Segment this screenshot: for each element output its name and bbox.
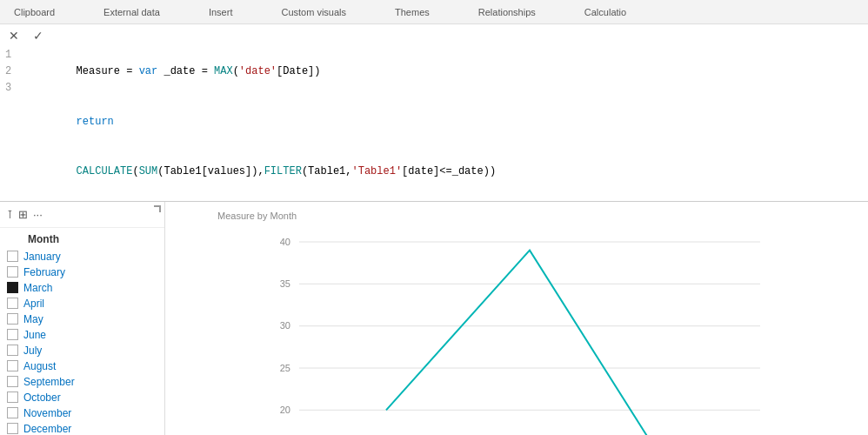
y-label-30: 30: [280, 320, 290, 331]
month-label-october: October: [23, 392, 61, 404]
themes-section: Themes: [388, 7, 437, 17]
chart-title: Measure by Month: [217, 211, 851, 221]
month-item-september[interactable]: September: [7, 374, 157, 390]
slicer-panel: ⊺ ⊞ ··· Month JanuaryFebruaryMarchAprilM…: [0, 202, 165, 435]
line-num-1: 1: [5, 47, 19, 64]
custom-visuals-section: Custom visuals: [274, 7, 353, 17]
month-label-june: June: [23, 329, 46, 341]
toolbar-sections: Clipboard External data Insert Custom vi…: [7, 7, 633, 17]
main-area: ⊺ ⊞ ··· Month JanuaryFebruaryMarchAprilM…: [0, 202, 868, 435]
month-item-august[interactable]: August: [7, 358, 157, 374]
code-line-1: Measure = var _date = MAX('date'[Date]): [26, 47, 863, 97]
resize-handle-top[interactable]: [154, 205, 161, 212]
month-item-october[interactable]: October: [7, 390, 157, 405]
month-list: Month JanuaryFebruaryMarchAprilMayJuneJu…: [0, 228, 164, 435]
month-item-december[interactable]: December: [7, 421, 157, 435]
month-label-december: December: [23, 423, 71, 435]
month-item-february[interactable]: February: [7, 264, 157, 280]
month-checkbox-july: [7, 345, 18, 356]
chart-area: Measure by Month 40 35 30 25 20: [165, 202, 868, 435]
month-checkbox-january: [7, 251, 18, 262]
month-checkbox-may: [7, 313, 18, 325]
month-checkbox-october: [7, 392, 18, 403]
month-item-january[interactable]: January: [7, 249, 157, 264]
month-label-november: November: [23, 407, 71, 419]
y-label-20: 20: [280, 405, 290, 415]
month-checkbox-april: [7, 298, 18, 309]
month-label-july: July: [23, 345, 42, 357]
filter-icon[interactable]: ⊺: [7, 208, 13, 221]
month-item-july[interactable]: July: [7, 343, 157, 358]
month-items-container: JanuaryFebruaryMarchAprilMayJuneJulyAugu…: [7, 249, 157, 435]
chart-svg: 40 35 30 25 20 15 10 January February Ma…: [183, 224, 851, 435]
top-toolbar: Clipboard External data Insert Custom vi…: [0, 0, 868, 24]
layout-icon[interactable]: ⊞: [18, 208, 28, 221]
formula-bar: ✕ ✓ 1 2 3 Measure = var _date = MAX('dat…: [0, 24, 868, 202]
month-label-may: May: [23, 313, 43, 325]
month-list-header: Month: [7, 233, 157, 245]
line-numbers: 1 2 3: [5, 47, 19, 97]
line-num-2: 2: [5, 64, 19, 80]
chart-line-path: [386, 250, 673, 435]
month-label-february: February: [23, 266, 65, 278]
month-checkbox-february: [7, 266, 18, 278]
month-label-january: January: [23, 251, 61, 263]
month-label-april: April: [23, 298, 44, 310]
code-line-3: CALCULATE(SUM(Table1[values]),FILTER(Tab…: [26, 147, 863, 197]
code-line-2: return: [26, 97, 863, 148]
relationships-section: Relationships: [471, 7, 543, 17]
month-checkbox-december: [7, 423, 18, 434]
month-checkbox-august: [7, 360, 18, 371]
panel-toolbar: ⊺ ⊞ ···: [0, 202, 164, 228]
y-label-25: 25: [280, 363, 290, 373]
calculation-section: Calculatio: [578, 7, 633, 17]
formula-actions: ✕ ✓: [0, 26, 868, 45]
month-checkbox-june: [7, 329, 18, 340]
cancel-formula-button[interactable]: ✕: [5, 28, 23, 44]
external-data-section: External data: [97, 7, 167, 17]
month-label-march: March: [23, 282, 52, 294]
month-label-september: September: [23, 376, 75, 388]
month-checkbox-march: [7, 282, 18, 293]
clipboard-section: Clipboard: [7, 7, 62, 17]
chart-container: 40 35 30 25 20 15 10 January February Ma…: [183, 224, 851, 435]
month-item-april[interactable]: April: [7, 296, 157, 311]
month-item-november[interactable]: November: [7, 405, 157, 421]
month-checkbox-november: [7, 407, 18, 418]
month-item-may[interactable]: May: [7, 311, 157, 327]
y-label-35: 35: [280, 278, 290, 289]
confirm-formula-button[interactable]: ✓: [30, 28, 47, 44]
line-num-3: 3: [5, 80, 19, 97]
insert-section: Insert: [202, 7, 240, 17]
code-content[interactable]: Measure = var _date = MAX('date'[Date]) …: [26, 47, 863, 197]
month-item-june[interactable]: June: [7, 327, 157, 343]
month-checkbox-september: [7, 376, 18, 387]
month-label-august: August: [23, 360, 56, 372]
formula-code-area[interactable]: 1 2 3 Measure = var _date = MAX('date'[D…: [0, 45, 868, 199]
month-item-march[interactable]: March: [7, 280, 157, 296]
y-label-40: 40: [280, 237, 290, 247]
more-options-icon[interactable]: ···: [33, 208, 43, 221]
